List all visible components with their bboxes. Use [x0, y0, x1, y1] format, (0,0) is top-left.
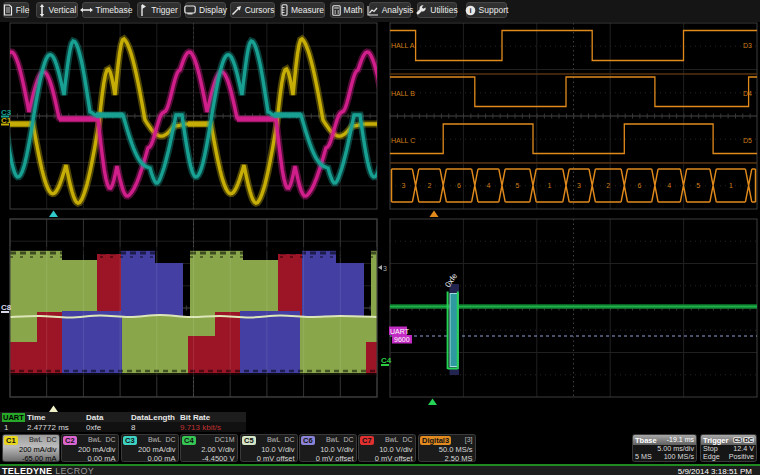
- svg-text:UART: UART: [390, 328, 410, 335]
- svg-text:5: 5: [696, 182, 700, 189]
- svg-text:1: 1: [729, 182, 733, 189]
- svg-text:2: 2: [606, 182, 610, 189]
- svg-text:5: 5: [516, 182, 520, 189]
- svg-text:6: 6: [457, 182, 461, 189]
- svg-text:HALL A: HALL A: [391, 42, 415, 49]
- svg-text:2: 2: [427, 182, 431, 189]
- svg-text:3: 3: [383, 265, 387, 272]
- svg-text:C8: C8: [1, 303, 12, 312]
- svg-text:1: 1: [548, 182, 552, 189]
- svg-text:i: i: [469, 6, 471, 15]
- svg-text:9600: 9600: [394, 336, 410, 343]
- svg-text:3: 3: [577, 182, 581, 189]
- svg-text:HALL C: HALL C: [391, 137, 415, 144]
- svg-text:D3: D3: [743, 42, 752, 49]
- svg-text:C4: C4: [381, 356, 392, 365]
- svg-text:3: 3: [402, 182, 406, 189]
- svg-text:4: 4: [667, 182, 671, 189]
- svg-text:D4: D4: [743, 90, 752, 97]
- svg-text:HALL B: HALL B: [391, 90, 415, 97]
- svg-text:4: 4: [486, 182, 490, 189]
- svg-text:6: 6: [638, 182, 642, 189]
- svg-text:D5: D5: [743, 137, 752, 144]
